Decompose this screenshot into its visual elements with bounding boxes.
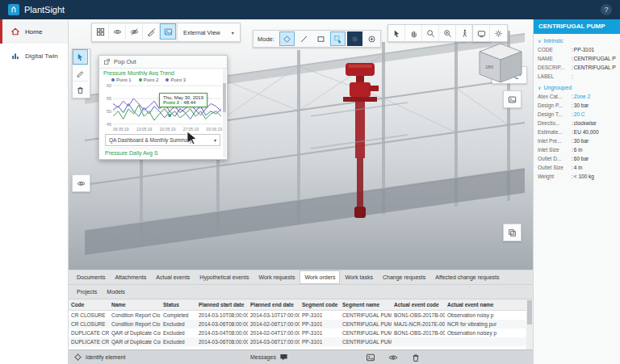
column-header-status[interactable]: Status [161,299,196,311]
popup-scrollbar[interactable] [223,69,226,157]
view-toolbar: External View ▾ [91,23,241,42]
draw-markup-button[interactable] [73,65,88,82]
display-settings-button[interactable] [490,25,507,41]
mode-toolbar: Mode: [253,30,381,48]
mode-diamond-button[interactable] [279,31,295,46]
pop-out-icon [103,58,111,65]
mode-line-button[interactable] [296,31,312,46]
tab-models[interactable]: Models [102,285,130,299]
plus-circle-icon [367,35,376,44]
table-cell: BON1-OBS-2017B-00 [392,311,445,320]
chart-legend: Point 1Point 2Point 3 [111,77,222,82]
tab-work-requests[interactable]: Work requests [253,270,300,284]
column-header-segment-code[interactable]: Segment code [300,299,340,311]
property-group-intrinsic[interactable]: ∨Intrinsic [534,34,620,45]
column-header-code[interactable]: Code [69,299,109,311]
tab-projects[interactable]: Projects [72,285,102,299]
column-header-name[interactable]: Name [109,299,161,311]
tab-affected-change-requests[interactable]: Affected change requests [430,270,504,284]
tab-hypothetical-events[interactable]: Hypothetical events [195,270,253,284]
column-header-actual-event-code[interactable]: Actual event code [392,299,445,311]
eye-off-icon [130,27,139,36]
table-row[interactable]: CR CLOSURECondition Report CloExcluded20… [69,320,526,328]
mode-select-button[interactable] [330,31,346,46]
sidebar-item-digital-twin[interactable]: Digital Twin [0,44,68,68]
tab-actual-events[interactable]: Actual events [151,270,195,284]
legend-item-point-3[interactable]: Point 3 [165,77,186,82]
trash-icon[interactable] [411,353,421,362]
image-icon[interactable] [366,353,375,362]
messages-button[interactable]: Messages [250,350,288,364]
layers-button[interactable] [504,224,521,241]
clear-markup-button[interactable] [143,23,160,40]
plantsight-logo-icon[interactable] [8,4,19,15]
help-button[interactable]: ? [601,4,612,15]
eye-icon[interactable] [388,353,398,362]
column-header-actual-event-name[interactable]: Actual event name [445,299,526,311]
walk-tool-button[interactable] [456,25,473,41]
hide-button[interactable] [126,23,143,40]
table-row[interactable]: CR CLOSURECondition Report CloCompleted2… [69,311,526,320]
legend-item-point-2[interactable]: Point 2 [139,77,159,82]
external-view-dropdown[interactable]: External View ▾ [177,23,240,41]
visibility-button[interactable] [73,175,90,191]
zoom-window-button[interactable] [439,25,456,41]
scrollbar-thumb[interactable] [223,83,226,112]
property-group-ungrouped[interactable]: ∨Ungrouped [534,81,620,92]
sidebar-item-home[interactable]: Home [0,19,68,44]
delete-markup-button[interactable] [73,82,88,98]
tab-attachments[interactable]: Attachments [110,270,151,284]
tab-change-requests[interactable]: Change requests [378,270,430,284]
table-scrollbar[interactable] [526,299,533,353]
capture-image-button[interactable] [504,91,521,107]
highlighted-point [168,114,171,117]
column-header-planned-end-date[interactable]: Planned end date [248,299,300,311]
property-value: < 100 kg [572,172,616,181]
chevron-down-icon: ∨ [538,85,541,90]
legend-label: Point 2 [144,77,159,82]
zoom-tool-button[interactable] [422,25,439,41]
column-header-planned-start-date[interactable]: Planned start date [196,299,248,311]
property-label: DESCRIP... [538,63,572,72]
snapshot-button[interactable] [160,23,177,40]
column-header-segment-name[interactable]: Segment name [340,299,392,311]
mode-add-button[interactable] [364,31,379,46]
next-chart-title[interactable]: Pressure Daily Avg S [103,148,222,157]
table-cell: CR CLOSURE [69,320,109,328]
select-tool-button[interactable] [388,25,405,41]
mode-label: Mode: [253,36,279,43]
image-icon [508,95,517,104]
mode-fill-button[interactable] [347,31,362,46]
sidebar-item-label: Home [25,28,42,36]
cursor-arrow-icon [76,52,85,61]
model-viewer[interactable]: External View ▾ Mode: [69,19,533,270]
pop-out-label[interactable]: Pop Out [114,58,136,65]
table-row[interactable]: DUPLICATE CRQAR of Duplicate ConExcluded… [69,337,526,346]
chart-tooltip: Thu, May 30, 2019 Point 2 : 48:44 [159,93,207,107]
table-row[interactable]: DUPLICATE CRQAR of Duplicate CorExcluded… [69,328,526,337]
external-view-label: External View [183,29,220,36]
mode-rectangle-button[interactable] [313,31,329,46]
view-cube[interactable]: 180 [477,42,524,86]
tooltip-value-row: Point 2 : 48:44 [163,100,203,105]
legend-item-point-1[interactable]: Point 1 [111,77,132,82]
chart-title[interactable]: Pressure Monthly Avg Trend [103,70,222,76]
pan-tool-button[interactable] [405,25,422,41]
property-value: CENTRIFUGAL PUMP [572,54,616,63]
tab-work-tasks[interactable]: Work tasks [340,270,378,284]
table-cell: 2014-03-10T08:00:00 [196,311,248,320]
table-cell: PP-3101 [300,311,340,320]
identify-element-button[interactable]: Identify element [73,350,125,364]
select-markup-button[interactable] [73,49,88,65]
tab-documents[interactable]: Documents [72,270,110,284]
apps-grid-button[interactable] [92,23,109,40]
scrollbar-thumb[interactable] [527,300,532,324]
table-cell: DUPLICATE CR [69,337,109,346]
screen-view-button[interactable] [473,25,490,41]
legend-dot-icon [139,78,142,82]
tab-work-orders[interactable]: Work orders [300,270,340,284]
show-all-button[interactable] [109,23,126,40]
dashboard-select[interactable]: QA Dashboard & Monthly Summary ▾ [105,134,220,146]
x-tick: 13:05:19 [136,127,152,132]
table-cell: Observation noisy p [445,311,526,320]
